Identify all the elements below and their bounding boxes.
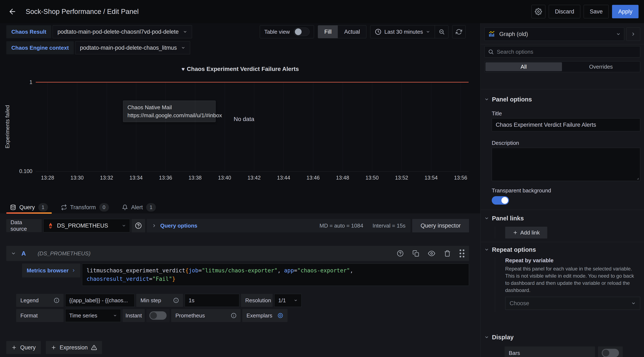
plus-icon (51, 345, 56, 350)
resize-handle-icon[interactable] (634, 175, 639, 180)
repeat-options-content: Repeat by variable Repeat this panel for… (495, 257, 640, 312)
section-repeat-options[interactable]: Repeat options (484, 245, 640, 254)
gear-icon (535, 8, 542, 15)
gridline (48, 82, 48, 171)
actual-option[interactable]: Actual (338, 26, 366, 38)
options-search-input[interactable] (497, 49, 637, 55)
variable-chaos-result: Chaos Result podtato-main-pod-delete-cha… (6, 25, 192, 38)
add-query-button[interactable]: Query (6, 341, 41, 354)
section-panel-options[interactable]: Panel options (484, 95, 640, 104)
add-expression-button[interactable]: Expression (46, 341, 102, 354)
metrics-browser-button[interactable]: Metrics browser (22, 263, 80, 277)
instant-label-chip: Instant (122, 309, 145, 322)
resolution-select[interactable]: 1/1 (274, 294, 302, 307)
instant-toggle[interactable] (149, 311, 166, 320)
tab-alert-count: 1 (146, 203, 156, 212)
min-step-input[interactable]: 1s (185, 294, 239, 307)
gridline (342, 82, 343, 171)
panel-description-textarea[interactable] (492, 148, 640, 181)
toggle-knob (150, 312, 157, 319)
help-icon[interactable] (397, 250, 404, 257)
time-picker: Last 30 minutes (370, 25, 448, 38)
info-icon (54, 298, 59, 303)
transparent-bg-label: Transparent background (492, 187, 640, 194)
y-tick-1: 1 (30, 79, 32, 85)
chevron-down-icon (484, 97, 489, 102)
panel-links-content: Add link (495, 227, 640, 238)
visualization-select[interactable]: Graph (old) (484, 27, 624, 41)
filter-all[interactable]: All (486, 62, 562, 71)
query-tabs-bar: Query 1 Transform 0 Alert 1 (0, 201, 480, 214)
discard-button[interactable]: Discard (549, 5, 580, 18)
divider (480, 242, 644, 242)
panel-settings-button[interactable] (532, 5, 545, 18)
exemplars-target-icon[interactable] (278, 312, 283, 318)
divider (480, 210, 644, 210)
plus-icon (11, 345, 17, 350)
variable-label: Chaos Engine context (6, 41, 74, 54)
collapse-chevron-icon[interactable] (11, 251, 16, 256)
graph-plot-area[interactable]: 1 0.100 Experiments failed 13:2813:3013:… (36, 82, 468, 172)
eye-icon[interactable] (428, 250, 435, 257)
refresh-button[interactable] (452, 25, 466, 38)
query-row-header[interactable]: A (DS_PROMETHEUS) (6, 246, 469, 261)
bars-toggle[interactable] (602, 349, 619, 357)
legend-format-input[interactable]: {{app_label}} - {{chaos... (65, 294, 134, 307)
duplicate-icon[interactable] (412, 250, 419, 257)
back-arrow-button[interactable] (6, 5, 19, 19)
options-search[interactable] (484, 46, 640, 58)
section-panel-links[interactable]: Panel links (484, 214, 640, 222)
edit-panel-main: Chaos Result podtato-main-pod-delete-cha… (0, 23, 480, 357)
filter-overrides[interactable]: Overrides (563, 62, 639, 71)
variable-chaos-result-dropdown[interactable]: podtato-main-pod-delete-chaosnl7vd-pod-d… (52, 25, 192, 38)
save-button[interactable]: Save (584, 5, 609, 18)
datasource-picker[interactable]: DS_PROMETHEUS (43, 219, 130, 232)
apply-button[interactable]: Apply (612, 5, 638, 18)
bars-toggle-box (598, 346, 623, 357)
fill-option[interactable]: Fill (318, 26, 338, 38)
tab-query[interactable]: Query 1 (6, 201, 52, 214)
options-filter-tabs: All Overrides (484, 61, 640, 72)
gridline (372, 82, 372, 171)
query-options-label: Query options (160, 222, 197, 229)
trash-icon[interactable] (444, 250, 451, 257)
drag-handle-icon[interactable] (460, 249, 464, 257)
transparent-background-toggle[interactable] (492, 196, 509, 205)
panel-title-input[interactable] (492, 118, 640, 131)
promql-expression-input[interactable]: litmuschaos_experiment_verdict{job="litm… (82, 263, 469, 286)
tab-alert-label: Alert (131, 204, 143, 211)
tab-alert[interactable]: Alert 1 (118, 201, 160, 214)
tooltip-title: Chaos Native Mail (128, 103, 211, 111)
zoom-out-time-button[interactable] (435, 26, 448, 38)
x-tick-label: 13:34 (130, 175, 143, 181)
gridline (254, 82, 254, 171)
question-circle-icon (135, 222, 142, 229)
graph-tooltip: Chaos Native Mail https://mail.google.co… (123, 101, 216, 122)
add-link-button[interactable]: Add link (505, 227, 547, 238)
table-view-toggle[interactable] (294, 28, 310, 36)
divider (480, 44, 644, 45)
query-inspector-button[interactable]: Query inspector (412, 219, 469, 232)
tab-transform[interactable]: Transform 0 (57, 201, 113, 214)
time-range-button[interactable]: Last 30 minutes (370, 26, 435, 38)
variable-value: podtato-main-pod-delete-chaosnl7vd-pod-d… (58, 29, 178, 35)
repeat-variable-select[interactable]: Choose (505, 297, 640, 310)
datasource-help-button[interactable] (132, 219, 145, 232)
variable-chaos-engine-dropdown[interactable]: podtato-main-pod-delete-chaos_litmus (75, 41, 190, 54)
gridline (224, 82, 225, 171)
plus-icon (513, 230, 518, 235)
database-icon (10, 204, 16, 210)
format-select[interactable]: Time series (65, 309, 121, 322)
section-display[interactable]: Display (484, 333, 640, 341)
min-step-label-chip: Min step (136, 294, 183, 307)
query-row-actions (397, 249, 464, 257)
toggle-knob (502, 197, 508, 204)
visualization-picker-row: Graph (old) (484, 27, 640, 41)
x-tick-label: 13:30 (70, 175, 84, 181)
panel-options-content: Title Description Transparent background (492, 110, 640, 205)
toggle-options-pane-button[interactable] (626, 27, 640, 41)
prometheus-icon (47, 222, 54, 229)
time-range-label: Last 30 minutes (384, 29, 423, 35)
query-options-bar[interactable]: Query options MD = auto = 1084 Interval … (147, 219, 410, 232)
tab-transform-label: Transform (70, 204, 96, 211)
